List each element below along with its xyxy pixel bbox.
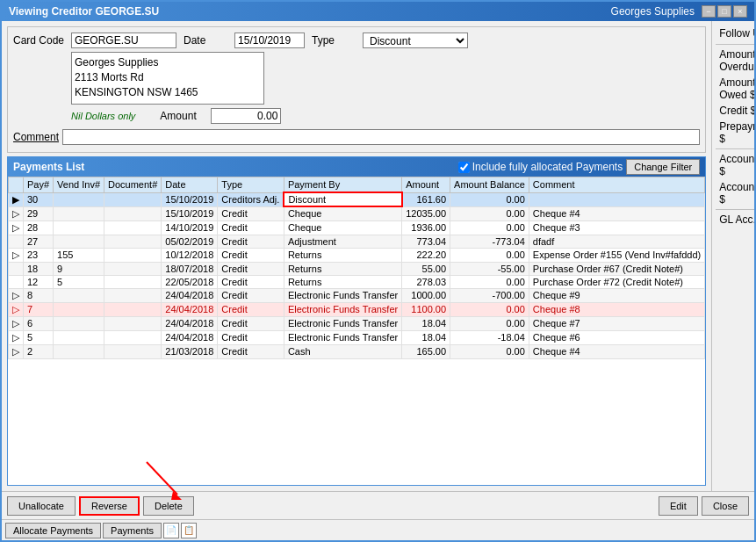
payments-header: Payments List Include fully allocated Pa… (8, 157, 705, 177)
table-row[interactable]: ▷ 5 24/04/2018 Credit Electronic Funds T… (9, 330, 705, 344)
prepayments-label: Prepayments $ (719, 120, 754, 145)
edit-button[interactable]: Edit (659, 496, 698, 516)
row-comment: Cheque #9 (529, 288, 704, 302)
row-date: 22/05/2018 (162, 275, 218, 288)
include-label[interactable]: Include fully allocated Payments (458, 161, 623, 173)
row-pay: 23 (24, 248, 54, 262)
reverse-button[interactable]: Reverse (79, 496, 140, 516)
account-bal2-row: Account Bal. $ 242418.48 (716, 179, 754, 207)
right-panel: Follow Up Amount Overdue 243964.56 Amoun… (711, 21, 754, 491)
row-document (104, 192, 162, 206)
row-balance: -18.04 (450, 330, 529, 344)
credit-row: Credit $ 1546.08 (716, 103, 754, 119)
row-amount: 1100.00 (402, 302, 450, 316)
date-label: Date (184, 34, 227, 47)
row-arrow: ▷ (9, 220, 24, 235)
follow-up-label: Follow Up (719, 27, 754, 40)
row-payment-by: Electronic Funds Transfer (284, 302, 401, 316)
table-row[interactable]: ▷ 28 14/10/2019 Credit Cheque 1936.00 0.… (9, 220, 705, 235)
restore-button[interactable]: □ (717, 5, 731, 18)
row-document (104, 288, 162, 302)
row-comment (529, 192, 704, 206)
table-row[interactable]: 27 05/02/2019 Credit Adjustment 773.04 -… (9, 235, 705, 248)
row-amount: 1000.00 (402, 288, 450, 302)
row-comment: Expense Order #155 (Vend Inv#fafddd) (529, 248, 704, 262)
col-arrow-header (9, 177, 24, 193)
copy-icon[interactable]: 📋 (181, 523, 197, 538)
type-select[interactable]: Discount Credit Cash (363, 33, 468, 48)
payments-tab[interactable]: Payments (103, 523, 162, 538)
title-bar-right: Georges Supplies − □ × (611, 5, 747, 18)
row-amount: 18.04 (402, 316, 450, 330)
type-label: Type (312, 34, 356, 47)
date-input[interactable] (234, 33, 305, 48)
row-date: 18/07/2018 (162, 262, 218, 275)
row-balance: 0.00 (450, 206, 529, 220)
row-document (104, 316, 162, 330)
row-comment: Purchase Order #72 (Credit Note#) (529, 275, 704, 288)
bottom-bar: Unallocate Reverse Delete Edit Close (2, 491, 754, 519)
window-title: Viewing Creditor GEORGE.SU (9, 5, 159, 18)
address-line3: KENSINGTON NSW 1465 (75, 85, 261, 100)
row-comment: Cheque #6 (529, 330, 704, 344)
row-arrow: ▶ (9, 192, 24, 206)
amount-overdue-row: Amount Overdue 243964.56 (716, 47, 754, 75)
col-balance-header: Amount Balance (450, 177, 529, 193)
row-amount: 18.04 (402, 330, 450, 344)
table-row[interactable]: ▷ 23 155 10/12/2018 Credit Returns 222.2… (9, 248, 705, 262)
delete-button[interactable]: Delete (143, 496, 194, 516)
row-type: Credit (218, 344, 284, 358)
row-payment-by: Returns (284, 275, 401, 288)
page-icon[interactable]: 📄 (163, 523, 179, 538)
col-vend-header: Vend Inv# (54, 177, 104, 193)
amount-input[interactable] (211, 108, 281, 124)
table-row[interactable]: 18 9 18/07/2018 Credit Returns 55.00 -55… (9, 262, 705, 275)
gl-acc-bal-label: GL Acc.Bal. (719, 213, 754, 226)
row-document (104, 206, 162, 220)
minimize-button[interactable]: − (702, 5, 716, 18)
row-date: 15/10/2019 (162, 206, 218, 220)
col-comment-header: Comment (529, 177, 704, 193)
comment-input[interactable] (62, 129, 700, 145)
address-row: Georges Supplies 2113 Morts Rd KENSINGTO… (13, 52, 700, 105)
prepayments-row: Prepayments $ 0.00 (716, 119, 754, 147)
row-type: Credit (218, 235, 284, 248)
card-code-input[interactable] (71, 33, 176, 48)
row-arrow: ▷ (9, 316, 24, 330)
col-type-header: Type (218, 177, 284, 193)
row-document (104, 344, 162, 358)
table-row[interactable]: ▷ 2 21/03/2018 Credit Cash 165.00 0.00 C… (9, 344, 705, 358)
close-button[interactable]: × (733, 5, 747, 18)
row-date: 21/03/2018 (162, 344, 218, 358)
table-row[interactable]: ▷ 7 24/04/2018 Credit Electronic Funds T… (9, 302, 705, 316)
allocate-payments-tab[interactable]: Allocate Payments (5, 523, 101, 538)
table-row[interactable]: 12 5 22/05/2018 Credit Returns 278.03 0.… (9, 275, 705, 288)
row-vend-inv (54, 330, 104, 344)
row-payment-by: Cheque (284, 220, 401, 235)
comment-label: Comment (13, 131, 59, 143)
row-payment-by: Adjustment (284, 235, 401, 248)
row-type: Credit (218, 275, 284, 288)
row-balance: 0.00 (450, 220, 529, 235)
table-row[interactable]: ▷ 6 24/04/2018 Credit Electronic Funds T… (9, 316, 705, 330)
window-controls: − □ × (702, 5, 747, 18)
payments-section: Payments List Include fully allocated Pa… (7, 156, 706, 486)
change-filter-button[interactable]: Change Filter (626, 159, 700, 175)
row-arrow: ▷ (9, 288, 24, 302)
row-date: 24/04/2018 (162, 330, 218, 344)
content-area: Card Code Date Type Discount Credit Cash (2, 21, 754, 491)
row-vend-inv (54, 220, 104, 235)
follow-up-row: Follow Up (716, 25, 754, 42)
include-checkbox[interactable] (458, 162, 470, 173)
row-document (104, 262, 162, 275)
table-row[interactable]: ▶ 30 15/10/2019 Creditors Adj. Discount … (9, 192, 705, 206)
row-date: 24/04/2018 (162, 288, 218, 302)
table-row[interactable]: ▷ 29 15/10/2019 Credit Cheque 12035.00 0… (9, 206, 705, 220)
account-bal2-label: Account Bal. $ (719, 181, 754, 206)
row-amount: 278.03 (402, 275, 450, 288)
row-date: 24/04/2018 (162, 316, 218, 330)
close-button-bottom[interactable]: Close (702, 496, 749, 516)
unallocate-button[interactable]: Unallocate (7, 496, 76, 516)
credit-label: Credit $ (719, 105, 754, 117)
table-row[interactable]: ▷ 8 24/04/2018 Credit Electronic Funds T… (9, 288, 705, 302)
